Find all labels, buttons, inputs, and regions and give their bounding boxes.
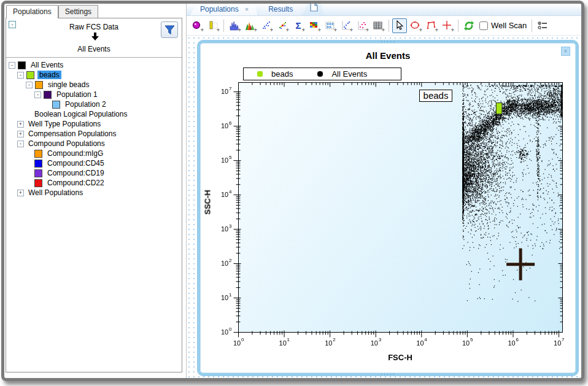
collapse-toggle-icon[interactable]: - [9,21,16,28]
toolbar-separator [223,20,224,32]
tree-item-label-selected[interactable]: beads [37,71,61,79]
new-document-tab[interactable] [303,1,323,15]
expand-toggle-icon[interactable]: - [17,141,24,147]
tree-item-label[interactable]: Boolean Logical Populations [33,110,129,118]
density-plot-button[interactable]: + [275,18,290,33]
histogram-blue-button[interactable]: + [227,18,242,33]
tree-item-label[interactable]: All Events [29,61,65,69]
tree-item-label[interactable]: Compound:CD19 [45,169,106,177]
options-list-icon [537,20,548,31]
heatmap-button[interactable]: + [307,18,322,33]
design-surface: × All Events beads All Events beads SSC-… [187,36,581,378]
tree-item-all-events[interactable]: - All Events [6,60,182,70]
tree-item-label[interactable]: Compensation Populations [26,129,118,138]
tree-item-label[interactable]: Compound:CD45 [45,159,106,168]
tree-item-label[interactable]: Well Populations [26,188,85,197]
beads-gate-label[interactable]: beads [419,90,453,102]
chart-toolbar: + + + + [187,16,581,36]
scatter-pink-button[interactable]: + [355,18,369,33]
polygon-gate-button[interactable]: + [424,18,439,33]
well-plate-button[interactable]: + [323,18,338,33]
dot-plot-button[interactable]: + [259,18,274,33]
scatter-plot-canvas[interactable] [200,43,576,373]
chart-child-window[interactable]: × All Events beads All Events beads SSC-… [197,40,579,376]
sum-sigma-button[interactable]: Σ + [291,18,306,33]
toolbar-separator [458,20,458,32]
scatter-blue-button[interactable]: + [339,18,354,33]
tree-item-boolean-logical[interactable]: Boolean Logical Populations [6,109,182,119]
tree-item-well-populations[interactable]: + Well Populations [6,188,182,198]
tree-item-label[interactable]: Compound Populations [26,139,107,148]
population-color-swatch [26,71,34,79]
tree-item-label[interactable]: single beads [46,80,91,89]
cursor-tool-button[interactable] [392,18,407,33]
tree-item-compound[interactable]: - Compound Populations [6,139,182,149]
doc-tab-results[interactable]: Results [258,3,301,15]
doc-tab-label: Populations [200,5,239,14]
histogram-multi-button[interactable]: + [243,18,258,33]
expand-toggle-icon[interactable]: - [34,91,41,98]
tree-item-label[interactable]: Compound:CD22 [45,179,106,187]
app-window: Populations Settings - Raw FCS Data All … [1,1,584,381]
expand-toggle-icon[interactable]: - [17,72,24,79]
tree-item-compound-cd45[interactable]: Compound:CD45 [6,158,182,168]
tree-item-single-beads[interactable]: - single beads [6,80,182,90]
population-color-swatch [35,81,43,89]
funnel-icon [164,25,175,35]
document-pane: Populations× Results + [186,4,581,378]
doc-tab-populations[interactable]: Populations× [190,3,257,15]
tree-item-compound-cd22[interactable]: Compound:CD22 [6,178,182,188]
tab-settings[interactable]: Settings [58,5,98,18]
cross-gate-button[interactable]: + [440,18,455,33]
gate-color-button[interactable]: + [190,18,204,33]
population-tree: - All Events - beads - single beads - [6,58,182,198]
left-tab-strip: Populations Settings [6,5,182,18]
tab-populations[interactable]: Populations [6,5,58,18]
tree-item-population-2[interactable]: Population 2 [6,99,182,109]
source-label: Raw FCS Data [6,18,182,31]
tree-item-label[interactable]: Population 2 [63,100,108,109]
refresh-icon [463,20,474,31]
tree-item-compensation[interactable]: + Compensation Populations [6,129,182,139]
tree-item-compound-migg[interactable]: Compound:mIgG [6,149,182,158]
options-list-button[interactable] [535,18,550,33]
expand-toggle-icon[interactable]: + [17,190,24,196]
tree-item-label[interactable]: Well Type Populations [26,120,103,128]
sigma-icon: Σ [295,20,301,31]
population-color-swatch [18,61,26,69]
cursor-icon [395,20,404,31]
close-tab-icon[interactable]: × [245,6,249,13]
population-color-swatch [34,179,42,187]
population-color-swatch [34,169,42,177]
document-tab-strip: Populations× Results [187,4,581,16]
doc-tab-label: Results [268,5,293,14]
tree-item-compound-cd19[interactable]: Compound:CD19 [6,168,182,178]
data-source-header: - Raw FCS Data All Events [6,18,182,58]
filter-button[interactable] [161,21,178,38]
target-label: All Events [6,45,182,53]
window-grip-icon[interactable] [380,373,396,376]
expand-toggle-icon[interactable]: + [17,121,24,128]
population-color-swatch [44,91,52,99]
expand-toggle-icon[interactable]: - [26,82,33,88]
toolbar-separator [532,20,532,32]
compensation-bar-button[interactable]: + [206,18,220,33]
well-scan-checkbox[interactable] [479,21,488,30]
ellipse-gate-button[interactable]: + [408,18,423,33]
population-color-swatch [34,160,42,168]
tree-item-well-type[interactable]: + Well Type Populations [6,119,182,129]
population-color-swatch [34,150,42,158]
tree-item-beads[interactable]: - beads [6,70,182,80]
expand-toggle-icon[interactable]: - [9,62,15,69]
tree-item-label[interactable]: Compound:mIgG [45,149,105,158]
table-grid-button[interactable]: + [371,18,385,33]
tree-item-label[interactable]: Population 1 [55,90,99,99]
tree-item-population-1[interactable]: - Population 1 [6,90,182,99]
well-scan-label: Well Scan [491,21,527,30]
refresh-button[interactable] [462,18,476,33]
well-scan-control[interactable]: Well Scan [479,21,527,30]
toolbar-separator [389,20,389,32]
expand-toggle-icon[interactable]: + [17,131,24,137]
x-axis-title: FSC-H [238,353,562,362]
populations-panel: Populations Settings - Raw FCS Data All … [4,4,184,374]
